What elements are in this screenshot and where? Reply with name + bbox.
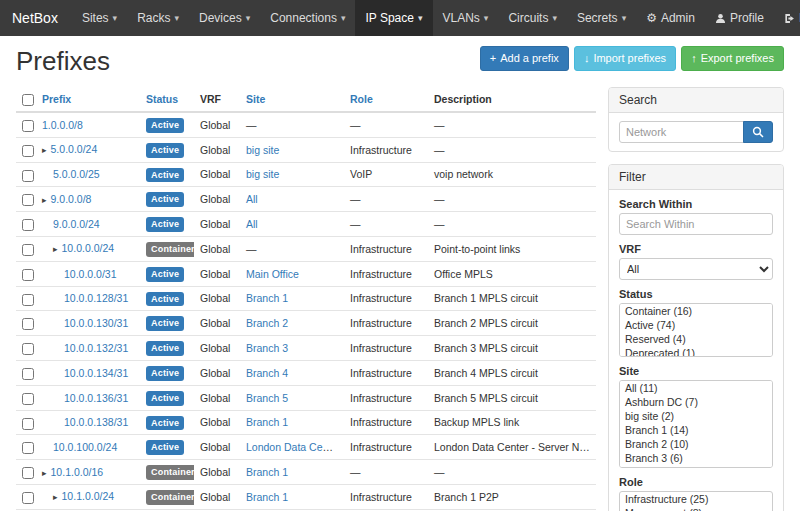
nav-item-devices[interactable]: Devices▾ <box>189 0 260 36</box>
site-link[interactable]: All <box>246 193 258 205</box>
app-logo[interactable]: NetBox <box>0 0 72 36</box>
select-all-checkbox[interactable] <box>22 94 34 106</box>
site-link[interactable]: Branch 1 <box>246 466 288 478</box>
table-row: 10.0.0.134/31ActiveGlobalBranch 4Infrast… <box>16 360 596 385</box>
row-checkbox[interactable] <box>22 294 34 306</box>
prefix-link[interactable]: 10.0.0.132/31 <box>64 342 128 354</box>
search-within-label: Search Within <box>619 198 773 210</box>
filter-option[interactable]: Active (74) <box>620 318 772 332</box>
site-link[interactable]: Branch 5 <box>246 392 288 404</box>
column-header-prefix[interactable]: Prefix <box>36 87 140 112</box>
site-cell: Branch 3 <box>240 336 344 361</box>
row-checkbox[interactable] <box>22 343 34 355</box>
row-checkbox[interactable] <box>22 418 34 430</box>
filter-option[interactable]: Branch 2 (10) <box>620 437 772 451</box>
filter-option[interactable]: Management (8) <box>620 506 772 511</box>
site-link[interactable]: All <box>246 218 258 230</box>
search-within-input[interactable] <box>619 213 773 235</box>
prefix-link[interactable]: 10.1.0.0/16 <box>51 466 104 478</box>
search-button[interactable] <box>743 121 773 143</box>
row-checkbox[interactable] <box>22 393 34 405</box>
row-checkbox[interactable] <box>22 442 34 454</box>
row-checkbox[interactable] <box>22 244 34 256</box>
site-link[interactable]: Branch 3 <box>246 342 288 354</box>
add-prefix-button[interactable]: + Add a prefix <box>480 46 569 71</box>
prefix-link[interactable]: 10.0.0.136/31 <box>64 392 128 404</box>
filter-option[interactable]: Infrastructure (25) <box>620 492 772 506</box>
column-header-role[interactable]: Role <box>344 87 428 112</box>
prefix-link[interactable]: 5.0.0.0/25 <box>53 168 100 180</box>
filter-option[interactable]: big site (2) <box>620 409 772 423</box>
site-link[interactable]: Branch 1 <box>246 491 288 503</box>
prefix-link[interactable]: 10.0.0.130/31 <box>64 317 128 329</box>
column-sort-link[interactable]: Prefix <box>42 93 71 105</box>
row-checkbox[interactable] <box>22 120 34 132</box>
row-checkbox[interactable] <box>22 368 34 380</box>
nav-item-log-out[interactable]: Log out <box>774 0 800 36</box>
row-checkbox[interactable] <box>22 318 34 330</box>
row-checkbox[interactable] <box>22 219 34 231</box>
row-checkbox[interactable] <box>22 170 34 182</box>
prefix-link[interactable]: 1.0.0.0/8 <box>42 119 83 131</box>
row-select-cell <box>16 311 36 336</box>
column-sort-link[interactable]: Status <box>146 93 178 105</box>
site-link[interactable]: Branch 2 <box>246 317 288 329</box>
column-sort-link[interactable]: Site <box>246 93 265 105</box>
nav-item-sites[interactable]: Sites▾ <box>72 0 127 36</box>
nav-item-circuits[interactable]: Circuits▾ <box>498 0 567 36</box>
nav-item-admin[interactable]: ⚙Admin <box>636 0 705 36</box>
role-filter-list[interactable]: Infrastructure (25)Management (8)VoIP (2… <box>619 491 773 511</box>
description-cell: Branch 1 MPLS circuit <box>428 286 596 311</box>
row-checkbox[interactable] <box>22 467 34 479</box>
filter-option[interactable]: Deprecated (1) <box>620 346 772 357</box>
row-checkbox[interactable] <box>22 145 34 157</box>
prefix-link[interactable]: 10.0.0.138/31 <box>64 416 128 428</box>
status-filter-list[interactable]: Container (16)Active (74)Reserved (4)Dep… <box>619 303 773 357</box>
row-checkbox[interactable] <box>22 492 34 504</box>
filter-option[interactable]: Branch 4 (12) <box>620 465 772 468</box>
prefix-link[interactable]: 9.0.0.0/8 <box>51 193 92 205</box>
filter-option[interactable]: Branch 1 (14) <box>620 423 772 437</box>
vrf-select[interactable]: All <box>619 258 773 280</box>
nav-item-racks[interactable]: Racks▾ <box>127 0 189 36</box>
site-link[interactable]: big site <box>246 168 279 180</box>
filter-option[interactable]: Reserved (4) <box>620 332 772 346</box>
nav-item-vlans[interactable]: VLANs▾ <box>433 0 499 36</box>
chevron-down-icon: ▾ <box>622 13 627 23</box>
prefix-link[interactable]: 9.0.0.0/24 <box>53 218 100 230</box>
prefix-link[interactable]: 10.0.0.134/31 <box>64 367 128 379</box>
export-prefixes-button[interactable]: ↑ Export prefixes <box>681 46 784 71</box>
nav-item-ip-space[interactable]: IP Space▾ <box>355 0 432 36</box>
column-header-status[interactable]: Status <box>140 87 194 112</box>
prefix-link[interactable]: 10.0.0.0/31 <box>64 268 117 280</box>
site-link[interactable]: big site <box>246 144 279 156</box>
column-header-site[interactable]: Site <box>240 87 344 112</box>
site-link[interactable]: Branch 4 <box>246 367 288 379</box>
filter-option[interactable]: Container (16) <box>620 304 772 318</box>
table-row: 10.0.0.138/31ActiveGlobalBranch 1Infrast… <box>16 410 596 435</box>
site-link[interactable]: Branch 1 <box>246 292 288 304</box>
site-link[interactable]: Branch 1 <box>246 416 288 428</box>
nav-item-secrets[interactable]: Secrets▾ <box>567 0 636 36</box>
prefix-link[interactable]: 10.0.0.0/24 <box>62 242 115 254</box>
filter-option[interactable]: Branch 3 (6) <box>620 451 772 465</box>
row-checkbox[interactable] <box>22 194 34 206</box>
site-link[interactable]: London Data Center <box>246 441 341 453</box>
row-select-cell <box>16 484 36 509</box>
prefix-link[interactable]: 10.0.0.128/31 <box>64 292 128 304</box>
filter-option[interactable]: All (11) <box>620 381 772 395</box>
nav-item-profile[interactable]: Profile <box>705 0 774 36</box>
import-prefixes-button[interactable]: ↓ Import prefixes <box>574 46 676 71</box>
prefix-link[interactable]: 10.1.0.0/24 <box>62 490 115 502</box>
prefix-link[interactable]: 5.0.0.0/24 <box>51 143 98 155</box>
add-prefix-label: Add a prefix <box>500 51 559 66</box>
column-sort-link[interactable]: Role <box>350 93 373 105</box>
search-input[interactable] <box>619 121 744 143</box>
prefix-link[interactable]: 10.0.100.0/24 <box>53 441 117 453</box>
nav-item-connections[interactable]: Connections▾ <box>260 0 355 36</box>
column-header-vrf: VRF <box>194 87 240 112</box>
filter-option[interactable]: Ashburn DC (7) <box>620 395 772 409</box>
row-checkbox[interactable] <box>22 269 34 281</box>
site-filter-list[interactable]: All (11)Ashburn DC (7)big site (2)Branch… <box>619 380 773 468</box>
site-link[interactable]: Main Office <box>246 268 299 280</box>
